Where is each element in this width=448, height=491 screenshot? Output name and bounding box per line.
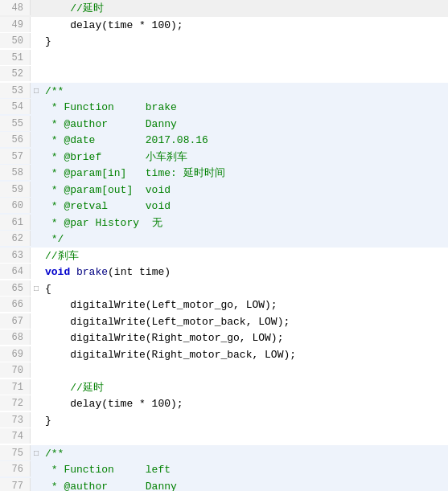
- line-number: 64: [0, 264, 31, 279]
- line-number: 53: [0, 83, 31, 98]
- table-row: 48 //延时: [0, 0, 448, 17]
- line-number: 58: [0, 165, 31, 180]
- table-row: 56 * @date 2017.08.16: [0, 132, 448, 149]
- code-token: digitalWrite(Left_motor_go, LOW);: [45, 299, 277, 311]
- table-row: 63//刹车: [0, 248, 448, 264]
- code-token: * @author Danny: [45, 481, 177, 492]
- table-row: 53□/**: [0, 83, 448, 100]
- line-number: 76: [0, 461, 31, 477]
- line-number: 52: [0, 66, 31, 81]
- table-row: 60 * @retval void: [0, 198, 448, 215]
- line-number: 67: [0, 313, 31, 329]
- fold-indicator: [31, 165, 42, 167]
- line-number: 54: [0, 99, 31, 114]
- line-content: }: [42, 33, 448, 50]
- code-token: digitalWrite(Right_motor_go, LOW);: [45, 332, 283, 344]
- line-content: {: [42, 280, 448, 297]
- line-content: }: [42, 412, 448, 429]
- code-lines: 48 //延时49 delay(time * 100);50}51 52 53□…: [0, 0, 448, 491]
- fold-indicator: [31, 478, 42, 481]
- table-row: 70: [0, 362, 448, 379]
- line-number: 57: [0, 149, 31, 164]
- code-token: * @brief 小车刹车: [45, 151, 187, 163]
- code-token: {: [45, 283, 51, 295]
- fold-indicator: [31, 132, 42, 134]
- code-token: * @param[in] time: 延时时间: [45, 167, 225, 179]
- table-row: 51: [0, 50, 448, 67]
- line-content: digitalWrite(Left_motor_go, LOW);: [42, 297, 448, 313]
- line-number: 61: [0, 215, 31, 230]
- code-token: delay(time * 100);: [45, 19, 183, 31]
- fold-indicator: [31, 346, 42, 349]
- line-number: 60: [0, 198, 31, 213]
- table-row: 58 * @param[in] time: 延时时间: [0, 165, 448, 182]
- fold-indicator[interactable]: □: [31, 83, 42, 97]
- line-content: * @brief 小车刹车: [42, 149, 448, 166]
- fold-indicator[interactable]: □: [31, 445, 42, 460]
- code-token: void: [45, 266, 76, 278]
- table-row: 55 * @author Danny: [0, 116, 448, 133]
- fold-indicator: [31, 182, 42, 184]
- line-content: delay(time * 100);: [42, 395, 448, 412]
- fold-indicator: [31, 264, 42, 266]
- code-token: //延时: [70, 2, 104, 14]
- fold-indicator: [31, 395, 42, 398]
- line-content: * @date 2017.08.16: [42, 132, 448, 149]
- line-number: 74: [0, 428, 31, 444]
- line-number: 63: [0, 248, 31, 263]
- code-token: delay(time * 100);: [45, 398, 183, 410]
- table-row: 71 //延时: [0, 379, 448, 396]
- table-row: 49 delay(time * 100);: [0, 17, 448, 34]
- fold-indicator: [31, 313, 42, 316]
- table-row: 76 * Function left: [0, 461, 448, 478]
- line-content: [42, 50, 448, 67]
- code-token: * Function brake: [45, 101, 177, 113]
- line-content: * @retval void: [42, 198, 448, 215]
- line-number: 48: [0, 0, 31, 15]
- line-content: * @author Danny: [42, 478, 448, 492]
- line-content: */: [42, 231, 448, 248]
- code-token: * @retval void: [45, 200, 171, 212]
- fold-indicator: [31, 50, 42, 52]
- line-content: //延时: [42, 379, 448, 396]
- fold-indicator: [31, 412, 42, 415]
- line-number: 59: [0, 182, 31, 197]
- fold-indicator: [31, 297, 42, 299]
- table-row: 67 digitalWrite(Left_motor_back, LOW);: [0, 313, 448, 330]
- code-token: }: [45, 415, 51, 427]
- line-number: 66: [0, 297, 31, 312]
- line-number: 72: [0, 395, 31, 411]
- code-token: }: [45, 35, 51, 47]
- line-content: /**: [42, 83, 448, 100]
- fold-indicator: [31, 231, 42, 233]
- line-number: 56: [0, 132, 31, 147]
- fold-indicator: [31, 99, 42, 101]
- fold-indicator: [31, 215, 42, 217]
- fold-indicator: [31, 17, 42, 19]
- table-row: 69 digitalWrite(Right_motor_back, LOW);: [0, 346, 448, 363]
- line-content: [42, 66, 448, 83]
- line-content: [42, 428, 448, 445]
- code-token: (int time): [108, 266, 171, 278]
- code-token: * @param[out] void: [45, 184, 171, 196]
- fold-indicator: [31, 116, 42, 118]
- table-row: 75□/**: [0, 445, 448, 462]
- table-row: 54 * Function brake: [0, 99, 448, 116]
- code-token: [45, 2, 70, 14]
- fold-indicator[interactable]: □: [31, 280, 42, 295]
- table-row: 61 * @par History 无: [0, 215, 448, 231]
- line-content: * @par History 无: [42, 215, 448, 231]
- code-token: * @author Danny: [45, 118, 177, 130]
- code-token: digitalWrite(Right_motor_back, LOW);: [45, 349, 296, 361]
- line-content: void brake(int time): [42, 264, 448, 280]
- code-token: brake: [76, 266, 108, 278]
- table-row: 74: [0, 428, 448, 445]
- fold-indicator: [31, 428, 42, 431]
- table-row: 65□{: [0, 280, 448, 297]
- code-token: * @par History 无: [45, 217, 162, 229]
- code-token: * @date 2017.08.16: [45, 134, 208, 146]
- line-number: 71: [0, 379, 31, 395]
- line-content: [42, 362, 448, 379]
- line-content: * @param[in] time: 延时时间: [42, 165, 448, 182]
- line-content: delay(time * 100);: [42, 17, 448, 34]
